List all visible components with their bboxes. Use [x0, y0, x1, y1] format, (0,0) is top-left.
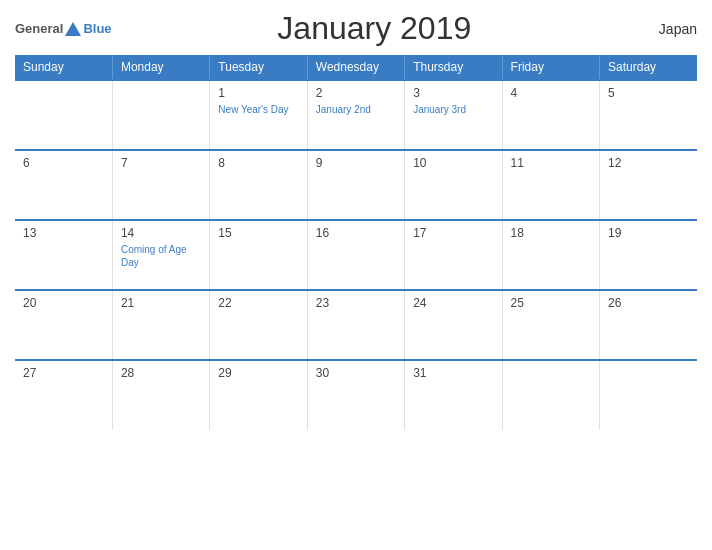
calendar-cell: 29: [210, 360, 307, 430]
day-number: 27: [23, 366, 104, 380]
calendar-week-row: 2728293031: [15, 360, 697, 430]
day-number: 15: [218, 226, 298, 240]
calendar-cell: 18: [502, 220, 599, 290]
calendar-header: General Blue January 2019 Japan: [15, 10, 697, 47]
weekday-header: Saturday: [600, 55, 697, 80]
weekday-header: Sunday: [15, 55, 112, 80]
day-number: 30: [316, 366, 396, 380]
calendar-cell: 5: [600, 80, 697, 150]
calendar-cell: 6: [15, 150, 112, 220]
day-number: 17: [413, 226, 493, 240]
holiday-label: January 2nd: [316, 103, 396, 116]
calendar-body: 1New Year's Day2January 2nd3January 3rd4…: [15, 80, 697, 430]
calendar-cell: 19: [600, 220, 697, 290]
calendar-week-row: 20212223242526: [15, 290, 697, 360]
calendar-cell: 15: [210, 220, 307, 290]
calendar-cell: 21: [112, 290, 209, 360]
calendar-cell: 30: [307, 360, 404, 430]
day-number: 7: [121, 156, 201, 170]
calendar-table: SundayMondayTuesdayWednesdayThursdayFrid…: [15, 55, 697, 430]
calendar-header-row: SundayMondayTuesdayWednesdayThursdayFrid…: [15, 55, 697, 80]
calendar-cell: 7: [112, 150, 209, 220]
logo-blue: Blue: [83, 21, 111, 36]
calendar-cell: 2January 2nd: [307, 80, 404, 150]
calendar-cell: 9: [307, 150, 404, 220]
day-number: 2: [316, 86, 396, 100]
day-number: 20: [23, 296, 104, 310]
day-number: 4: [511, 86, 591, 100]
calendar-cell: 4: [502, 80, 599, 150]
calendar-cell: 20: [15, 290, 112, 360]
day-number: 18: [511, 226, 591, 240]
day-number: 14: [121, 226, 201, 240]
day-number: 26: [608, 296, 689, 310]
calendar-cell: 3January 3rd: [405, 80, 502, 150]
calendar-cell: [15, 80, 112, 150]
calendar-cell: 23: [307, 290, 404, 360]
day-number: 28: [121, 366, 201, 380]
holiday-label: Coming of Age Day: [121, 243, 201, 269]
day-number: 10: [413, 156, 493, 170]
day-number: 22: [218, 296, 298, 310]
day-number: 13: [23, 226, 104, 240]
calendar-cell: 11: [502, 150, 599, 220]
logo-triangle-icon: [65, 22, 81, 36]
calendar-week-row: 6789101112: [15, 150, 697, 220]
calendar-cell: 22: [210, 290, 307, 360]
day-number: 23: [316, 296, 396, 310]
weekday-header: Friday: [502, 55, 599, 80]
calendar-title: January 2019: [112, 10, 637, 47]
weekday-header: Wednesday: [307, 55, 404, 80]
day-number: 1: [218, 86, 298, 100]
day-number: 12: [608, 156, 689, 170]
day-number: 6: [23, 156, 104, 170]
calendar-cell: 1New Year's Day: [210, 80, 307, 150]
calendar-cell: 12: [600, 150, 697, 220]
calendar-cell: 31: [405, 360, 502, 430]
holiday-label: New Year's Day: [218, 103, 298, 116]
calendar-week-row: 1New Year's Day2January 2nd3January 3rd4…: [15, 80, 697, 150]
calendar-cell: [600, 360, 697, 430]
calendar-week-row: 1314Coming of Age Day1516171819: [15, 220, 697, 290]
calendar-cell: 16: [307, 220, 404, 290]
calendar-cell: [112, 80, 209, 150]
calendar-cell: [502, 360, 599, 430]
calendar-cell: 28: [112, 360, 209, 430]
holiday-label: January 3rd: [413, 103, 493, 116]
calendar-page: General Blue January 2019 Japan SundayMo…: [0, 0, 712, 550]
day-number: 9: [316, 156, 396, 170]
logo-general: General: [15, 21, 63, 36]
day-number: 3: [413, 86, 493, 100]
calendar-cell: 25: [502, 290, 599, 360]
calendar-cell: 26: [600, 290, 697, 360]
weekday-header: Thursday: [405, 55, 502, 80]
weekday-header: Tuesday: [210, 55, 307, 80]
calendar-cell: 24: [405, 290, 502, 360]
calendar-cell: 14Coming of Age Day: [112, 220, 209, 290]
calendar-cell: 10: [405, 150, 502, 220]
logo: General Blue: [15, 21, 112, 36]
day-number: 8: [218, 156, 298, 170]
day-number: 11: [511, 156, 591, 170]
calendar-cell: 13: [15, 220, 112, 290]
day-number: 31: [413, 366, 493, 380]
calendar-cell: 8: [210, 150, 307, 220]
day-number: 16: [316, 226, 396, 240]
weekday-header: Monday: [112, 55, 209, 80]
calendar-cell: 27: [15, 360, 112, 430]
calendar-cell: 17: [405, 220, 502, 290]
day-number: 19: [608, 226, 689, 240]
country-label: Japan: [637, 21, 697, 37]
day-number: 24: [413, 296, 493, 310]
day-number: 29: [218, 366, 298, 380]
day-number: 5: [608, 86, 689, 100]
day-number: 25: [511, 296, 591, 310]
day-number: 21: [121, 296, 201, 310]
